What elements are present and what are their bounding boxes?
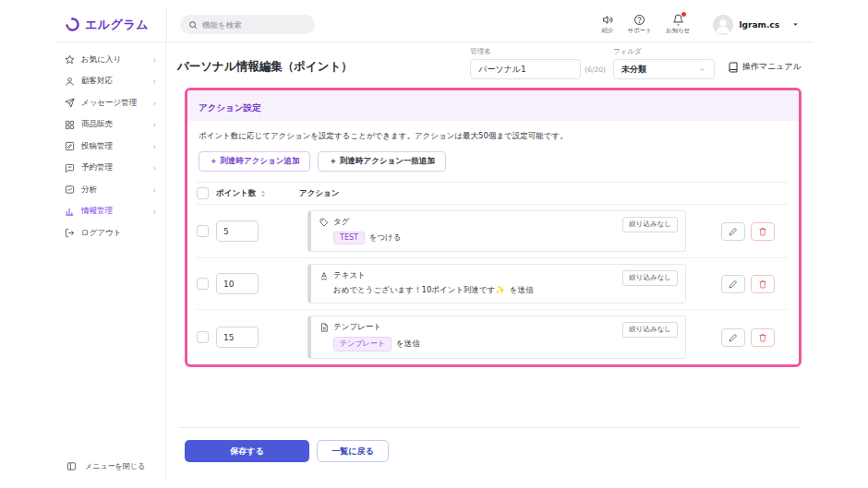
points-column-header: ポイント数: [216, 188, 256, 199]
chevron-right-icon: ›: [152, 120, 156, 129]
notifications-button[interactable]: お知らせ: [666, 14, 690, 35]
action-suffix: をつける: [369, 232, 402, 244]
chevron-right-icon: ›: [152, 77, 156, 86]
support-label: サポート: [628, 27, 652, 35]
template-name-badge: テンプレート: [333, 337, 392, 351]
action-suffix: を送信: [396, 339, 420, 350]
chart-icon: [65, 184, 75, 195]
pencil-icon: [729, 227, 738, 236]
tag-icon: [319, 218, 329, 227]
notification-badge-dot: [681, 12, 686, 17]
section-title: アクション設定: [199, 102, 261, 113]
sidebar: お気に入り › 顧客対応 › メッセージ管理 › 商品販売 › 投稿管理: [55, 42, 166, 481]
folder-selected-value: 未分類: [621, 64, 646, 76]
char-counter: (6/20): [585, 65, 606, 74]
edit-button[interactable]: [721, 328, 745, 347]
folder-field-group: フォルダ 未分類: [613, 47, 715, 79]
logo-icon: [65, 17, 80, 32]
chevron-down-icon: [791, 20, 800, 29]
filter-status-chip: 絞り込みなし: [622, 217, 678, 232]
delete-button[interactable]: [751, 328, 775, 347]
bell-icon: [672, 14, 684, 26]
action-suffix: を送信: [510, 285, 534, 296]
delete-button[interactable]: [751, 222, 775, 241]
admin-name-input[interactable]: [470, 59, 581, 79]
close-menu-button[interactable]: メニューを閉じる: [55, 452, 165, 481]
logout-icon: [65, 228, 75, 238]
action-settings-section: アクション設定 ポイント数に応じてアクションを設定することができます。アクション…: [185, 88, 802, 367]
folder-label: フォルダ: [613, 47, 715, 56]
chevron-right-icon: ›: [152, 99, 156, 108]
delete-button[interactable]: [751, 275, 775, 293]
support-button[interactable]: サポート: [628, 14, 652, 35]
chevron-right-icon: ›: [152, 185, 156, 195]
sidebar-item-analysis[interactable]: 分析 ›: [55, 179, 165, 201]
paper-plane-icon: [65, 98, 75, 108]
sidebar-item-product-sales[interactable]: 商品販売 ›: [55, 114, 165, 137]
folder-select[interactable]: 未分類: [613, 59, 715, 79]
table-header: ポイント数 アクション: [196, 182, 788, 205]
grid-icon: [65, 120, 75, 130]
account-menu[interactable]: lgram.cs: [713, 15, 800, 35]
sidebar-item-message-management[interactable]: メッセージ管理 ›: [55, 92, 165, 114]
edit-button[interactable]: [721, 275, 745, 293]
user-icon: [65, 77, 75, 87]
edit-icon: [65, 141, 75, 151]
document-icon: [319, 323, 329, 332]
sidebar-item-post-management[interactable]: 投稿管理 ›: [55, 136, 165, 158]
save-button[interactable]: 保存する: [185, 440, 309, 462]
action-column-header: アクション: [299, 188, 340, 199]
operation-manual-link[interactable]: 操作マニュアル: [728, 61, 802, 73]
trash-icon: [758, 227, 767, 236]
points-input[interactable]: [216, 327, 259, 348]
topbar-actions: 紹介 サポート お知らせ: [602, 14, 800, 35]
page-header: パーソナル情報編集（ポイント） 管理名 (6/20) フォルダ 未分類: [166, 42, 813, 88]
sidebar-item-favorites[interactable]: お気に入り ›: [55, 49, 165, 71]
sort-icon[interactable]: [259, 190, 267, 197]
action-card[interactable]: テキスト おめでとうございます！10ポイント到達です✨ を送信 絞り込みなし: [307, 264, 686, 304]
star-icon: [65, 54, 75, 65]
sidebar-item-reservation-management[interactable]: 予約管理 ›: [55, 158, 165, 180]
topbar-main: 紹介 サポート お知らせ: [166, 7, 813, 42]
section-description: ポイント数に応じてアクションを設定することができます。アクションは最大50個まで…: [199, 131, 788, 142]
content-spacer: [166, 367, 813, 427]
action-card[interactable]: タグ TEST をつける 絞り込みなし: [307, 210, 686, 252]
search-box[interactable]: [180, 15, 315, 34]
trash-icon: [758, 280, 767, 289]
back-to-list-button[interactable]: 一覧に戻る: [317, 440, 389, 462]
admin-name-field-group: 管理名 (6/20): [470, 47, 606, 79]
action-card[interactable]: テンプレート テンプレート を送信 絞り込みなし: [307, 315, 686, 359]
intro-button[interactable]: 紹介: [602, 14, 614, 35]
search-input[interactable]: [202, 20, 307, 30]
filter-status-chip: 絞り込みなし: [622, 270, 678, 286]
page-title: パーソナル情報編集（ポイント）: [177, 59, 353, 88]
pencil-icon: [729, 280, 738, 289]
points-input[interactable]: [216, 273, 259, 294]
row-checkbox[interactable]: [197, 278, 209, 290]
chevron-right-icon: ›: [152, 207, 156, 216]
points-input[interactable]: [216, 220, 259, 242]
account-name: lgram.cs: [739, 20, 779, 30]
row-checkbox[interactable]: [197, 331, 209, 343]
text-icon: [319, 271, 329, 280]
add-action-button[interactable]: ＋ 到達時アクション追加: [199, 151, 310, 172]
sidebar-item-logout[interactable]: ログアウト: [55, 222, 165, 244]
message-text: おめでとうございます！10ポイント到達です✨: [333, 285, 505, 296]
action-row-2: テキスト おめでとうございます！10ポイント到達です✨ を送信 絞り込みなし: [196, 258, 788, 310]
megaphone-icon: [602, 14, 614, 26]
logo[interactable]: エルグラム: [55, 7, 166, 42]
chevron-right-icon: ›: [152, 142, 156, 151]
action-type-label: テキスト: [333, 270, 366, 281]
bulk-add-action-button[interactable]: ＋ 到達時アクション一括追加: [318, 151, 445, 172]
section-title-bar: アクション設定: [187, 90, 799, 121]
action-row-3: テンプレート テンプレート を送信 絞り込みなし: [196, 310, 788, 364]
sidebar-item-information-management[interactable]: 情報管理 ›: [55, 201, 165, 223]
row-checkbox[interactable]: [197, 225, 209, 237]
sidebar-item-customer-support[interactable]: 顧客対応 ›: [55, 71, 165, 93]
action-type-label: タグ: [333, 217, 349, 228]
book-icon: [728, 62, 739, 73]
edit-button[interactable]: [721, 222, 745, 241]
help-icon: [633, 14, 645, 26]
select-all-checkbox[interactable]: [197, 187, 209, 199]
search-icon: [188, 20, 198, 30]
